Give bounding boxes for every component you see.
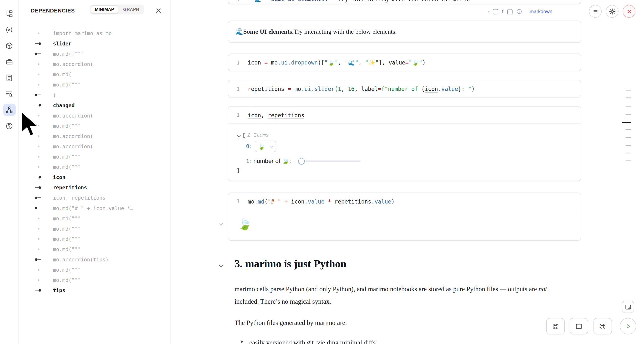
minimap-item[interactable]: icon bbox=[19, 172, 170, 182]
edge-marker-icon bbox=[35, 197, 41, 199]
minimap-item[interactable]: mo.md(""" bbox=[19, 120, 170, 131]
trace-line[interactable] bbox=[626, 129, 631, 130]
minimap-item[interactable]: mo.md( bbox=[19, 69, 170, 79]
minimap-item[interactable]: mo.md(""" bbox=[19, 151, 170, 162]
slider-track[interactable] bbox=[306, 160, 361, 162]
line-number: 1 bbox=[236, 0, 246, 3]
minimap-item[interactable]: mo.md("# " + icon.value *… bbox=[19, 203, 170, 213]
cell-output-markdown: 🌊 Some UI elements. Try interacting with… bbox=[228, 21, 581, 43]
minimap-list: import marimo as moslidermo.md(f"""mo.ac… bbox=[19, 28, 170, 295]
code-snippets-icon[interactable] bbox=[3, 24, 16, 36]
minimap-item[interactable]: changed bbox=[19, 100, 170, 110]
panel-toggle-button[interactable] bbox=[570, 318, 588, 334]
minimap-item[interactable]: mo.accordion( bbox=[19, 141, 170, 151]
minimap-item[interactable]: slider bbox=[19, 38, 170, 49]
minimap-item[interactable]: tips bbox=[19, 285, 170, 295]
trace-line[interactable] bbox=[622, 122, 631, 123]
trace-line[interactable] bbox=[626, 160, 631, 161]
section-collapse-chevron-icon[interactable] bbox=[218, 263, 223, 267]
config-f-label: f bbox=[502, 9, 504, 15]
cell-editor-md-heading[interactable]: 1 mo.md("# " + icon.value * repetitions.… bbox=[228, 193, 581, 241]
toolbox-icon[interactable] bbox=[3, 56, 16, 68]
minimap-item[interactable]: ( bbox=[19, 90, 170, 100]
notebook-menu-button[interactable] bbox=[589, 5, 602, 18]
code-token: : " bbox=[461, 86, 471, 92]
trace-line[interactable] bbox=[626, 137, 631, 138]
trace-line[interactable] bbox=[626, 97, 631, 98]
minimap-item-label: mo.md(""" bbox=[53, 236, 81, 242]
minimap-item-label: mo.md(""" bbox=[53, 267, 81, 273]
trace-line[interactable] bbox=[626, 106, 631, 106]
minimap-item-label: mo.accordion( bbox=[53, 112, 93, 118]
tab-graph[interactable]: GRAPH bbox=[119, 5, 143, 14]
cell-editor-tuple[interactable]: 1 icon, repetitions [ 2 Items 0: 🍃 1: nu… bbox=[228, 106, 581, 181]
minimap-item[interactable]: mo.md(""" bbox=[19, 223, 170, 234]
tree-collapse-chevron-icon[interactable] bbox=[237, 133, 241, 137]
save-button[interactable] bbox=[546, 318, 565, 334]
package-icon[interactable] bbox=[3, 40, 16, 52]
trace-line[interactable] bbox=[626, 145, 631, 146]
trace-line[interactable] bbox=[626, 90, 631, 90]
info-icon[interactable] bbox=[516, 9, 522, 15]
settings-button[interactable] bbox=[606, 5, 618, 18]
app-window: DEPENDENCIES MINIMAP GRAPH import marimo… bbox=[0, 0, 644, 344]
help-icon[interactable] bbox=[3, 120, 16, 132]
minimap-item-label: changed bbox=[53, 102, 75, 108]
cell-editor-clipped[interactable]: 1 🌊 **Some UI elements.** Try interactin… bbox=[228, 0, 581, 4]
minimap-item-label: mo.md(""" bbox=[53, 164, 81, 170]
config-f-checkbox[interactable] bbox=[507, 9, 512, 14]
activity-rail bbox=[0, 0, 19, 344]
slider-label: number of 🍃: bbox=[254, 157, 291, 165]
tree-item-count: 2 Items bbox=[247, 132, 269, 138]
minimap-item[interactable]: mo.accordion( bbox=[19, 131, 170, 141]
minimap-item[interactable]: mo.md(""" bbox=[19, 244, 170, 254]
file-tree-icon[interactable] bbox=[3, 7, 16, 20]
code-token: "# " bbox=[268, 198, 281, 205]
minimap-item-label: mo.accordion(tips) bbox=[53, 256, 108, 262]
edge-marker-icon bbox=[35, 94, 41, 96]
bullet-dot-icon bbox=[38, 74, 40, 75]
dropdown-select[interactable]: 🍃 bbox=[255, 141, 276, 152]
code-token: icon bbox=[248, 59, 264, 66]
minimap-item-label: mo.md(""" bbox=[53, 153, 81, 159]
notepad-icon[interactable] bbox=[3, 72, 16, 84]
menu-icon bbox=[592, 8, 599, 15]
output-collapse-chevron-icon[interactable] bbox=[218, 221, 223, 226]
config-r-checkbox[interactable] bbox=[493, 9, 498, 14]
minimap-item[interactable]: mo.md(f""" bbox=[19, 49, 170, 59]
code-token: 🌊 bbox=[248, 0, 264, 3]
minimap-item-label: slider bbox=[53, 40, 72, 46]
language-toggle[interactable]: markdown bbox=[530, 9, 552, 15]
dropdown-value: 🍃 bbox=[258, 143, 265, 150]
minimap-item[interactable]: mo.md(""" bbox=[19, 275, 170, 285]
cell-editor-dropdown[interactable]: 1 icon = mo.ui.dropdown(["🍃", "🌊", "✨"],… bbox=[228, 54, 581, 71]
minimap-item-label: mo.md(""" bbox=[53, 246, 81, 252]
panel-close-button[interactable] bbox=[155, 7, 162, 15]
code-tokens: repetitions = mo.ui.slider(1, 16, label=… bbox=[248, 86, 475, 92]
minimap-item[interactable]: repetitions bbox=[19, 182, 170, 193]
code-token: * bbox=[328, 198, 331, 205]
edge-marker-icon bbox=[35, 207, 41, 209]
table-search-icon[interactable] bbox=[3, 88, 16, 100]
minimap-item[interactable]: mo.md(""" bbox=[19, 162, 170, 172]
keyboard-shortcuts-button[interactable]: ⌘ bbox=[594, 318, 612, 334]
minimap-item[interactable]: mo.accordion(tips) bbox=[19, 254, 170, 265]
minimap-item[interactable]: mo.accordion( bbox=[19, 59, 170, 69]
bullet-text: easily versioned with git, yielding mini… bbox=[249, 336, 376, 344]
slider-knob[interactable] bbox=[298, 158, 305, 165]
cell-editor-slider[interactable]: 1 repetitions = mo.ui.slider(1, 16, labe… bbox=[228, 80, 581, 97]
minimap-item-label: mo.md( bbox=[53, 71, 72, 77]
minimap-item[interactable]: import marimo as mo bbox=[19, 28, 170, 38]
minimap-item[interactable]: mo.md(""" bbox=[19, 213, 170, 223]
minimap-item[interactable]: mo.accordion( bbox=[19, 110, 170, 120]
minimap-item-label: mo.accordion( bbox=[53, 61, 93, 67]
minimap-item[interactable]: mo.md(""" bbox=[19, 234, 170, 244]
minimap-item[interactable]: mo.md(""" bbox=[19, 79, 170, 90]
bullet-item: easily versioned with git, yielding mini… bbox=[241, 336, 376, 344]
minimap-item[interactable]: mo.md(""" bbox=[19, 265, 170, 275]
trace-line[interactable] bbox=[626, 153, 631, 153]
minimap-item[interactable]: icon, repetitions bbox=[19, 193, 170, 203]
dependency-graph-icon[interactable] bbox=[3, 104, 16, 116]
tab-minimap[interactable]: MINIMAP bbox=[91, 5, 118, 14]
trace-line[interactable] bbox=[626, 114, 631, 115]
